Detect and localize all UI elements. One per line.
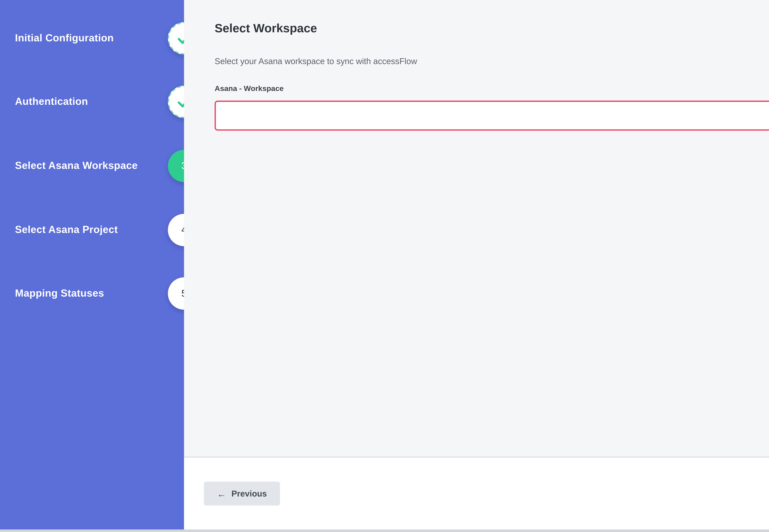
wizard-footer: ← Previous Cancel Next → xyxy=(184,456,769,530)
sidebar-step-authentication[interactable]: Authentication xyxy=(0,86,184,118)
page-title: Select Workspace xyxy=(215,22,317,35)
previous-button[interactable]: ← Previous xyxy=(204,482,280,506)
page-subtitle: Select your Asana workspace to sync with… xyxy=(215,56,417,66)
step-label: Select Asana Workspace xyxy=(0,160,138,172)
arrow-left-icon: ← xyxy=(217,489,226,498)
sidebar-step-mapping-statuses[interactable]: Mapping Statuses 5 xyxy=(0,277,184,310)
workspace-field-label: Asana - Workspace xyxy=(215,85,284,93)
sidebar-step-initial-configuration[interactable]: Initial Configuration xyxy=(0,22,184,54)
sidebar-step-select-asana-workspace[interactable]: Select Asana Workspace 3 xyxy=(0,150,184,182)
step-label: Select Asana Project xyxy=(0,224,118,236)
step-label: Mapping Statuses xyxy=(0,288,104,299)
wizard-content: ✕ Select Workspace Select your Asana wor… xyxy=(184,0,769,530)
step-label: Authentication xyxy=(0,96,88,108)
wizard-sidebar: Initial Configuration Authentication Sel… xyxy=(0,0,184,530)
sidebar-step-select-asana-project[interactable]: Select Asana Project 4 xyxy=(0,214,184,246)
workspace-select[interactable] xyxy=(215,101,769,131)
wizard-modal: Initial Configuration Authentication Sel… xyxy=(0,0,769,532)
previous-button-label: Previous xyxy=(232,489,267,498)
window-bottom-edge xyxy=(0,530,769,532)
step-label: Initial Configuration xyxy=(0,32,114,44)
